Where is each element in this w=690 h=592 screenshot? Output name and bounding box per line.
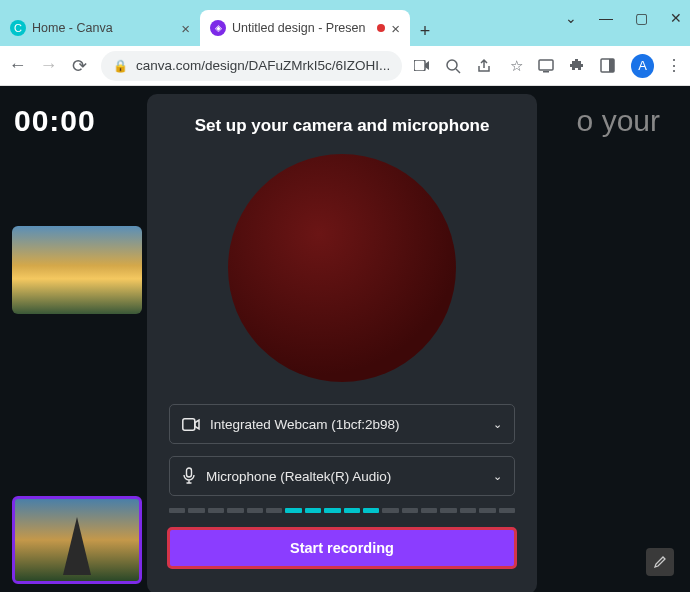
microphone-label: Microphone (Realtek(R) Audio) [206,469,391,484]
svg-rect-8 [187,468,192,477]
meter-segment [460,508,476,513]
svg-line-2 [456,69,460,73]
bookmark-icon[interactable]: ☆ [507,57,526,75]
recording-setup-modal: Set up your camera and microphone Integr… [147,94,537,592]
meter-segment [247,508,263,513]
meter-segment [440,508,456,513]
address-bar[interactable]: 🔒 canva.com/design/DAFuZMrkI5c/6IZOHI... [101,51,402,81]
recording-indicator-icon [377,24,385,32]
close-window-icon[interactable]: ✕ [670,10,682,26]
forward-button[interactable]: → [39,55,58,76]
browser-tab-design[interactable]: ◈ Untitled design - Presen × [200,10,410,46]
share-icon[interactable] [476,58,495,74]
new-tab-button[interactable]: + [410,16,440,46]
lock-icon: 🔒 [113,59,128,73]
meter-segment [382,508,398,513]
meter-segment [285,508,301,513]
recording-timer: 00:00 [14,104,96,138]
meter-segment [169,508,185,513]
close-icon[interactable]: × [391,20,400,37]
background-slide-text: o your [577,104,660,138]
camera-label: Integrated Webcam (1bcf:2b98) [210,417,400,432]
screen-icon[interactable] [538,59,557,73]
canva-favicon: C [10,20,26,36]
sidepanel-icon[interactable] [600,58,619,73]
extensions-icon[interactable] [569,58,588,73]
meter-segment [421,508,437,513]
url-text: canva.com/design/DAFuZMrkI5c/6IZOHI... [136,58,390,73]
camera-icon [182,418,200,431]
svg-rect-6 [609,59,614,72]
close-icon[interactable]: × [181,20,190,37]
eiffel-icon [63,517,91,575]
svg-rect-7 [183,418,195,429]
meter-segment [499,508,515,513]
canva-page: 00:00 o your Set up your camera and micr… [0,86,690,592]
audio-level-meter [169,508,515,513]
meter-segment [344,508,360,513]
start-recording-label: Start recording [290,540,394,556]
camera-preview [228,154,456,382]
microphone-dropdown[interactable]: Microphone (Realtek(R) Audio) ⌄ [169,456,515,496]
meter-segment [363,508,379,513]
minimize-icon[interactable]: — [599,10,613,26]
tab-title: Untitled design - Presen [232,21,371,35]
meter-segment [305,508,321,513]
chevron-down-icon: ⌄ [493,470,502,483]
chevron-down-icon[interactable]: ⌄ [565,10,577,26]
browser-tab-home[interactable]: C Home - Canva × [0,10,200,46]
start-recording-button[interactable]: Start recording [167,527,517,569]
meter-segment [402,508,418,513]
kebab-menu-icon[interactable]: ⋮ [666,56,682,75]
reload-button[interactable]: ⟳ [70,55,89,77]
camera-icon[interactable] [414,60,433,71]
svg-rect-0 [414,60,425,71]
meter-segment [479,508,495,513]
svg-rect-3 [539,60,553,70]
microphone-icon [182,467,196,485]
canva-design-favicon: ◈ [210,20,226,36]
meter-segment [227,508,243,513]
meter-segment [266,508,282,513]
slide-thumbnail-1[interactable] [12,226,142,314]
zoom-icon[interactable] [445,58,464,74]
maximize-icon[interactable]: ▢ [635,10,648,26]
camera-dropdown[interactable]: Integrated Webcam (1bcf:2b98) ⌄ [169,404,515,444]
browser-toolbar: ← → ⟳ 🔒 canva.com/design/DAFuZMrkI5c/6IZ… [0,46,690,86]
slide-thumbnail-2[interactable] [12,496,142,584]
modal-title: Set up your camera and microphone [147,116,537,136]
profile-avatar[interactable]: A [631,54,654,78]
edit-button[interactable] [646,548,674,576]
meter-segment [188,508,204,513]
browser-titlebar: C Home - Canva × ◈ Untitled design - Pre… [0,0,690,46]
meter-segment [208,508,224,513]
svg-rect-4 [543,71,549,73]
tab-title: Home - Canva [32,21,175,35]
window-controls: ⌄ — ▢ ✕ [565,10,682,26]
svg-point-1 [447,60,457,70]
chevron-down-icon: ⌄ [493,418,502,431]
back-button[interactable]: ← [8,55,27,76]
meter-segment [324,508,340,513]
